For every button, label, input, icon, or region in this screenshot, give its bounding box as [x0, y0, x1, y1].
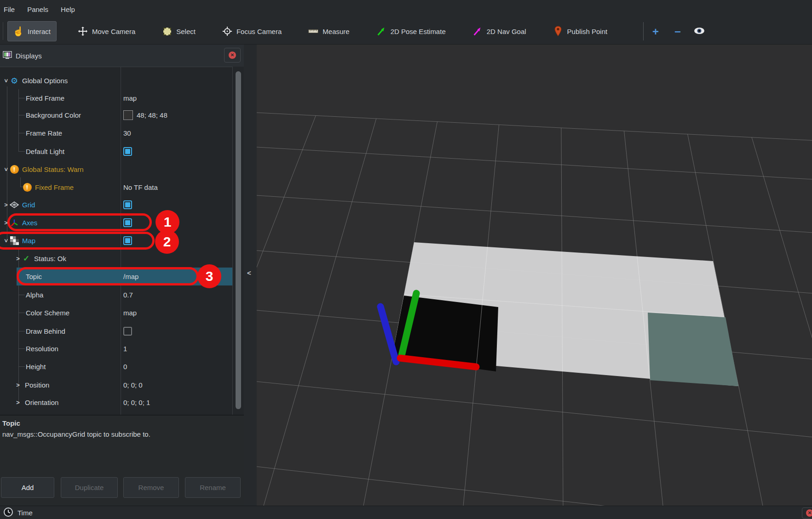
expand-arrow-icon[interactable]: > — [3, 201, 9, 208]
row-label: Fixed Frame — [35, 183, 74, 191]
tree-row-background-color[interactable]: Background Color48; 48; 48 — [0, 106, 232, 124]
menu-help[interactable]: Help — [61, 6, 81, 13]
hand-icon: ☝ — [13, 26, 23, 36]
time-panel-label: Time — [17, 509, 33, 517]
tool-publish-point[interactable]: Publish Point — [547, 21, 613, 41]
add-tool-button[interactable]: + — [650, 25, 662, 38]
toolbar: ☝InteractMove CameraSelectFocus CameraMe… — [0, 18, 812, 45]
tree-scrollbar-thumb[interactable] — [236, 71, 241, 409]
property-description-box: Topic nav_msgs::OccupancyGrid topic to s… — [0, 415, 244, 477]
check-icon: ✓ — [21, 255, 31, 262]
expand-arrow-icon[interactable]: > — [15, 255, 21, 262]
time-panel: Time ✕ — [0, 506, 812, 519]
tool-focus-camera[interactable]: Focus Camera — [217, 21, 287, 41]
annotation-badge-3: 3 — [197, 264, 221, 288]
warning-icon: ! — [22, 183, 32, 192]
row-value: 1 — [123, 345, 127, 353]
expand-arrow-icon[interactable]: > — [15, 382, 21, 388]
tool-label: Select — [176, 28, 196, 35]
clock-icon — [4, 508, 13, 518]
tool-pose-estimate[interactable]: 2D Pose Estimate — [371, 21, 451, 41]
row-label: Status: Ok — [34, 255, 66, 262]
row-label: Grid — [22, 201, 35, 209]
close-icon: ✕ — [806, 509, 812, 517]
displays-panel-close-button[interactable]: ✕ — [224, 48, 241, 63]
tool-label: Publish Point — [567, 28, 608, 35]
tool-label: Move Camera — [92, 28, 135, 35]
annotation-oval-2 — [0, 232, 155, 250]
remove-display-button[interactable]: Remove — [123, 477, 179, 498]
panel-title: Displays — [16, 52, 42, 60]
grid-icon — [9, 201, 19, 208]
menu-bar: FilePanelsHelp — [0, 0, 812, 18]
3d-viewport[interactable] — [257, 45, 812, 506]
tree-row-resolution[interactable]: Resolution1 — [0, 340, 232, 358]
color-swatch[interactable] — [123, 110, 133, 120]
enable-checkbox[interactable] — [123, 147, 132, 156]
toolbar-drag-handle[interactable] — [3, 22, 3, 40]
tool-measure[interactable]: Measure — [303, 21, 355, 41]
menu-file[interactable]: File — [4, 6, 21, 13]
tool-select[interactable]: Select — [156, 21, 201, 41]
row-value: 30 — [123, 129, 131, 137]
add-display-button[interactable]: Add — [1, 477, 54, 498]
collapse-arrow-icon[interactable]: > — [3, 166, 10, 173]
row-value: 0 — [123, 363, 127, 371]
panel-collapse-handle[interactable]: < — [247, 269, 251, 277]
tree-row-orientation[interactable]: >Orientation0; 0; 0; 1 — [0, 394, 232, 411]
rename-display-button[interactable]: Rename — [185, 477, 241, 498]
tree-row-fixed-frame[interactable]: !Fixed FrameNo TF data — [0, 178, 232, 196]
gear-icon: ⚙ — [9, 77, 19, 85]
row-label: Draw Behind — [26, 327, 65, 335]
tree-row-default-light[interactable]: Default Light — [0, 143, 232, 160]
move-icon — [78, 26, 88, 36]
expand-arrow-icon[interactable]: > — [15, 399, 21, 406]
tool-interact[interactable]: ☝Interact — [7, 21, 57, 41]
tree-row-position[interactable]: >Position0; 0; 0 — [0, 376, 232, 394]
tree-row-global-options[interactable]: >⚙Global Options — [0, 72, 232, 90]
annotation-oval-1 — [7, 213, 152, 231]
tree-scrollbar[interactable] — [232, 67, 244, 415]
tree-row-alpha[interactable]: Alpha0.7 — [0, 286, 232, 304]
tool-label: Measure — [322, 28, 349, 35]
description-title: Topic — [2, 419, 241, 427]
enable-checkbox[interactable] — [123, 327, 132, 336]
duplicate-display-button[interactable]: Duplicate — [61, 477, 118, 498]
tree-row-global-status-warn[interactable]: >!Global Status: Warn — [0, 160, 232, 178]
annotation-badge-2: 2 — [155, 230, 179, 254]
row-value: 0.7 — [123, 291, 133, 299]
row-value: 0; 0; 0 — [123, 381, 143, 389]
menu-panels[interactable]: Panels — [27, 6, 54, 13]
tree-row-frame-rate[interactable]: Frame Rate30 — [0, 124, 232, 142]
magenta-arrow-icon — [472, 26, 483, 36]
tool-properties-eye-icon[interactable] — [694, 27, 705, 36]
row-value: 0; 0; 0; 1 — [123, 399, 150, 406]
displays-panel-header: Displays ✕ — [0, 45, 244, 67]
panel-splitter[interactable]: < — [244, 45, 257, 506]
tree-row-color-scheme[interactable]: Color Schememap — [0, 304, 232, 322]
collapse-arrow-icon[interactable]: > — [3, 78, 10, 84]
tool-label: 2D Nav Goal — [487, 28, 526, 35]
enable-checkbox[interactable] — [123, 200, 132, 209]
tree-row-status-ok[interactable]: >✓Status: Ok — [0, 250, 232, 268]
focus-icon — [222, 26, 232, 36]
tree-row-height[interactable]: Height0 — [0, 358, 232, 376]
displays-icon — [3, 51, 12, 61]
row-label: Background Color — [26, 111, 81, 119]
tool-move-camera[interactable]: Move Camera — [72, 21, 141, 41]
tree-row-fixed-frame[interactable]: Fixed Framemap — [0, 89, 232, 107]
pin-icon — [553, 26, 563, 36]
warning-icon: ! — [9, 165, 19, 174]
tool-nav-goal[interactable]: 2D Nav Goal — [467, 21, 532, 41]
row-label: Global Options — [22, 77, 68, 85]
toolbar-separator — [643, 22, 644, 40]
tree-row-grid[interactable]: >Grid — [0, 196, 232, 214]
time-panel-close-button[interactable]: ✕ — [802, 508, 812, 519]
remove-tool-button[interactable]: − — [672, 25, 684, 38]
row-label: Orientation — [25, 399, 58, 406]
row-value: 48; 48; 48 — [137, 111, 167, 119]
display-buttons-row: AddDuplicateRemoveRename — [0, 477, 244, 498]
tree-row-draw-behind[interactable]: Draw Behind — [0, 322, 232, 340]
tool-label: 2D Pose Estimate — [391, 28, 446, 35]
tool-label: Focus Camera — [236, 28, 282, 35]
